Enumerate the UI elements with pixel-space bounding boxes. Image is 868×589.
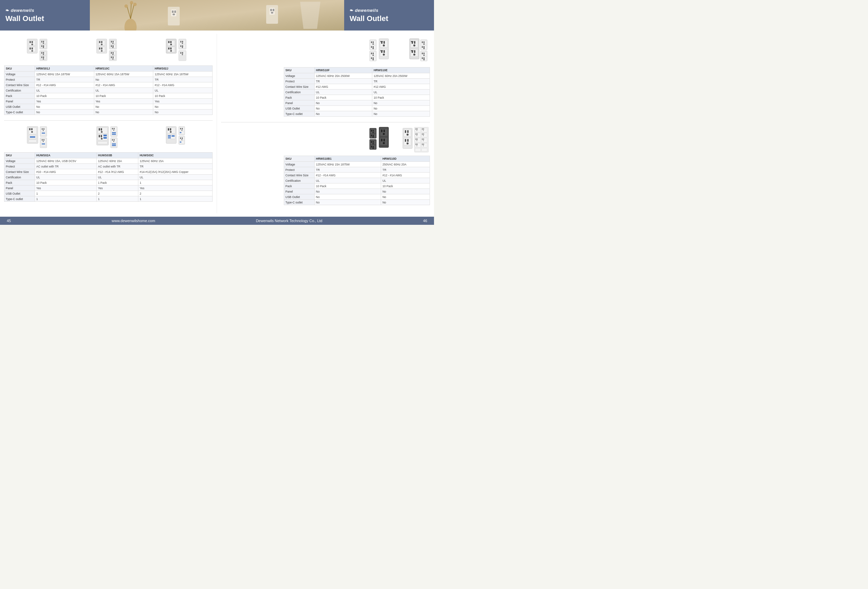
product-image-hrws10f — [369, 38, 399, 65]
svg-point-267 — [416, 130, 417, 131]
cell-voltage-huws03b: 125VAC 60Hz 15A — [97, 158, 138, 164]
svg-rect-168 — [180, 142, 182, 143]
row-label: Protect — [4, 77, 35, 83]
page-number-right: 46 — [423, 219, 427, 223]
svg-point-50 — [101, 44, 102, 46]
svg-rect-84 — [180, 41, 182, 43]
cell-usb-hrws01j: No — [35, 104, 94, 109]
page-title-right: Wall Outlet — [350, 14, 428, 23]
svg-point-100 — [31, 131, 33, 133]
row-label: Pack — [4, 93, 35, 99]
col-header-hrws01j: HRWS01J — [35, 66, 94, 72]
svg-rect-25 — [30, 47, 31, 50]
row-label: Pack — [4, 180, 35, 186]
cell-typec-hrws10f: No — [314, 111, 372, 117]
row-label: Type-C outlet — [4, 196, 35, 202]
right-section-1-images — [221, 37, 430, 67]
svg-rect-145 — [112, 145, 116, 146]
table-row: Contact Wire Size #12 - #14 AWG #12 - #1… — [284, 173, 430, 178]
table-row: Type-C outlet No No — [284, 111, 430, 117]
product-image-hrws10b1 — [369, 127, 399, 154]
svg-point-159 — [182, 130, 182, 131]
svg-point-81 — [170, 50, 172, 52]
svg-rect-182 — [371, 41, 372, 43]
svg-rect-103 — [28, 140, 37, 142]
table-row: USB Outlet 1 2 2 — [4, 191, 213, 196]
cell-panel-huws02a: Yes — [35, 186, 97, 191]
svg-rect-107 — [43, 128, 44, 130]
svg-rect-224 — [422, 57, 423, 59]
cell-typec-hrws10c: No — [94, 109, 153, 115]
row-label: Panel — [4, 186, 35, 191]
svg-point-72 — [112, 58, 114, 60]
svg-rect-216 — [424, 46, 425, 48]
svg-point-134 — [113, 130, 114, 131]
right-half: SKU HRWS10F HRWS10E Voltage 125VAC 60Hz … — [217, 34, 434, 213]
svg-rect-157 — [180, 128, 181, 130]
svg-rect-229 — [381, 130, 382, 132]
cell-pack-huws02a: 10 Pack — [35, 180, 97, 186]
right-section-2: SKU HRWS10B1 HRWS10D Voltage 125VAC 60Hz… — [221, 125, 430, 205]
svg-rect-120 — [99, 128, 100, 131]
left-section-2-images — [4, 123, 213, 152]
svg-rect-154 — [171, 135, 175, 137]
cell-wire-huws03c: #14-#12(15A) /#12(20A) AWG Copper — [138, 169, 212, 175]
cell-wire-hrws10c: #12 - #14 AWG — [94, 83, 153, 88]
cell-voltage-hrws10d: 250VAC 60Hz 20A — [381, 162, 430, 167]
cell-cert-hrws10d: UL — [381, 178, 430, 183]
header-left: dewenwils Wall Outlet — [0, 0, 90, 31]
cell-panel-hrws10c: Yes — [94, 99, 153, 104]
cell-wire-hrws02j: #12 - #14 AWG — [153, 83, 213, 88]
cell-panel-hrws01j: Yes — [35, 99, 94, 104]
row-label: Pack — [284, 95, 314, 100]
row-label: USB Outlet — [284, 194, 314, 200]
svg-rect-191 — [371, 53, 372, 54]
svg-rect-34 — [41, 46, 42, 47]
cell-voltage-huws02a: 125VAC 60Hz 15A, USB DC5V — [35, 158, 97, 164]
cell-usb-hrws10c: No — [94, 104, 153, 109]
product-image-hrws10c — [95, 38, 122, 63]
svg-point-27 — [31, 50, 33, 52]
cell-panel-huws03b: Yes — [97, 186, 138, 191]
svg-point-193 — [373, 55, 374, 56]
svg-point-54 — [101, 50, 102, 52]
cell-protect-hrws10b1: TR — [314, 167, 381, 173]
row-label: Certification — [284, 90, 314, 95]
svg-point-262 — [406, 142, 409, 145]
svg-rect-114 — [43, 139, 44, 141]
svg-rect-277 — [416, 144, 417, 145]
cell-protect-huws03b: AC outlet with TR — [97, 164, 138, 169]
svg-rect-106 — [42, 128, 43, 130]
header-right: dewenwils Wall Outlet — [344, 0, 434, 31]
svg-rect-247 — [371, 141, 372, 143]
cell-panel-hrws10d: No — [381, 189, 430, 194]
table-row: Pack 10 Pack 10 Pack 10 Pack — [4, 93, 213, 99]
product-image-hrws01j — [25, 38, 53, 63]
table-row: Voltage 125VAC 60Hz 20A 2500W 125VAC 60H… — [284, 73, 430, 79]
cell-voltage-hrws02j: 125VAC 60Hz 15A 1875W — [153, 72, 213, 77]
spec-table-right-1: SKU HRWS10F HRWS10E Voltage 125VAC 60Hz … — [284, 67, 430, 117]
table-row: Pack 10 Pack 1 Pack 1 — [4, 180, 213, 186]
svg-point-77 — [170, 44, 172, 46]
svg-rect-274 — [417, 139, 418, 140]
svg-rect-127 — [103, 134, 107, 136]
svg-rect-85 — [182, 41, 183, 43]
svg-point-23 — [31, 44, 33, 46]
svg-rect-124 — [99, 135, 100, 137]
svg-point-59 — [112, 43, 114, 44]
svg-point-197 — [373, 59, 374, 61]
cell-voltage-hrws10b1: 125VAC 60Hz 15A 1875W — [314, 162, 381, 167]
row-label: Protect — [4, 164, 35, 169]
svg-point-222 — [424, 55, 425, 56]
svg-rect-89 — [182, 46, 183, 47]
svg-rect-187 — [373, 46, 373, 48]
svg-rect-177 — [384, 50, 385, 53]
cell-wire-huws03b: #12 - #14 /#12 AWG — [97, 169, 138, 175]
svg-rect-195 — [371, 57, 372, 59]
svg-rect-30 — [41, 41, 42, 43]
svg-rect-121 — [101, 128, 102, 131]
cell-cert-hrws10e: UL — [372, 90, 430, 95]
row-label: Panel — [284, 189, 314, 194]
svg-rect-248 — [373, 141, 373, 143]
svg-rect-66 — [111, 52, 112, 54]
